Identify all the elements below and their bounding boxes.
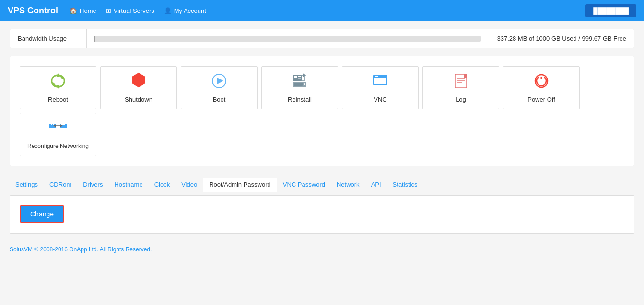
log-label: Log: [456, 96, 466, 103]
svg-rect-16: [376, 76, 378, 77]
boot-label: Boot: [213, 96, 226, 103]
reconfigure-icon: [48, 120, 68, 139]
tab-api[interactable]: API: [365, 178, 387, 191]
change-button[interactable]: Change: [20, 205, 64, 223]
main-content: Bandwidth Usage 337.28 MB of 1000 GB Use…: [0, 21, 644, 241]
tab-statistics[interactable]: Statistics: [387, 178, 423, 191]
shutdown-icon: [130, 72, 147, 92]
svg-rect-6: [294, 76, 297, 78]
tab-video[interactable]: Video: [176, 178, 203, 191]
account-icon: 👤: [164, 7, 172, 14]
poweroff-icon: [533, 72, 550, 92]
svg-point-11: [304, 83, 305, 85]
reconfigure-networking-button[interactable]: Reconfigure Networking: [20, 113, 96, 156]
poweroff-label: Power Off: [527, 96, 555, 103]
svg-rect-26: [51, 124, 52, 125]
reinstall-button[interactable]: Reinstall: [261, 66, 338, 109]
brand: VPS Control: [8, 6, 58, 16]
reinstall-icon: [291, 72, 308, 92]
reboot-icon: [49, 72, 67, 92]
svg-rect-27: [53, 124, 54, 125]
svg-rect-21: [464, 74, 467, 78]
nav-home[interactable]: 🏠 Home: [70, 7, 96, 14]
tab-network[interactable]: Network: [331, 178, 365, 191]
svg-rect-7: [298, 76, 301, 77]
reboot-label: Reboot: [48, 96, 68, 103]
svg-rect-15: [375, 76, 376, 77]
tab-clock[interactable]: Clock: [149, 178, 176, 191]
tab-vnc-password[interactable]: VNC Password: [277, 178, 331, 191]
nav-virtual-servers[interactable]: ⊞ Virtual Servers: [106, 7, 154, 14]
poweroff-button[interactable]: Power Off: [503, 66, 580, 109]
tab-root-admin-password[interactable]: Root/Admin Password: [203, 178, 277, 192]
log-button[interactable]: Log: [422, 66, 499, 109]
footer-text: SolusVM © 2008-2016 OnApp Ltd. All Right…: [10, 246, 152, 253]
boot-button[interactable]: Boot: [181, 66, 258, 109]
user-button[interactable]: ████████: [585, 4, 636, 17]
content-area: Change: [10, 195, 634, 234]
svg-marker-4: [217, 78, 223, 84]
bandwidth-row: Bandwidth Usage 337.28 MB of 1000 GB Use…: [10, 29, 634, 48]
log-icon: [452, 72, 469, 92]
svg-rect-30: [63, 124, 65, 125]
reboot-button[interactable]: Reboot: [20, 66, 96, 109]
reconfigure-label: Reconfigure Networking: [27, 143, 89, 149]
header: VPS Control 🏠 Home ⊞ Virtual Servers 👤 M…: [0, 0, 644, 21]
bandwidth-text: 337.28 MB of 1000 GB Used / 999.67 GB Fr…: [489, 29, 634, 48]
footer: SolusVM © 2008-2016 OnApp Ltd. All Right…: [0, 241, 644, 258]
servers-icon: ⊞: [106, 7, 111, 14]
boot-icon: [211, 72, 228, 92]
vnc-button[interactable]: VNC: [342, 66, 419, 109]
svg-marker-2: [133, 73, 144, 87]
shutdown-label: Shutdown: [125, 96, 152, 103]
reinstall-label: Reinstall: [288, 96, 312, 103]
vnc-label: VNC: [374, 96, 386, 103]
tabs-container: Settings CDRom Drivers Hostname Clock Vi…: [10, 174, 634, 195]
svg-rect-8: [298, 78, 301, 79]
main-nav: 🏠 Home ⊞ Virtual Servers 👤 My Account: [70, 7, 585, 14]
nav-my-account[interactable]: 👤 My Account: [164, 7, 206, 14]
tab-hostname[interactable]: Hostname: [108, 178, 148, 191]
actions-grid: Reboot Shutdown Boot: [18, 64, 626, 158]
shutdown-button[interactable]: Shutdown: [100, 66, 177, 109]
tab-drivers[interactable]: Drivers: [77, 178, 108, 191]
tab-cdrom[interactable]: CDRom: [44, 178, 77, 191]
svg-rect-10: [294, 83, 303, 86]
svg-point-24: [539, 79, 544, 83]
svg-rect-29: [61, 124, 63, 125]
tab-settings[interactable]: Settings: [10, 178, 44, 191]
actions-panel: Reboot Shutdown Boot: [10, 56, 634, 166]
vnc-icon: [372, 72, 389, 92]
bandwidth-bar-container: [87, 30, 489, 47]
home-icon: 🏠: [70, 7, 77, 14]
bandwidth-label: Bandwidth Usage: [10, 29, 87, 48]
bandwidth-bar-track: [94, 36, 481, 42]
